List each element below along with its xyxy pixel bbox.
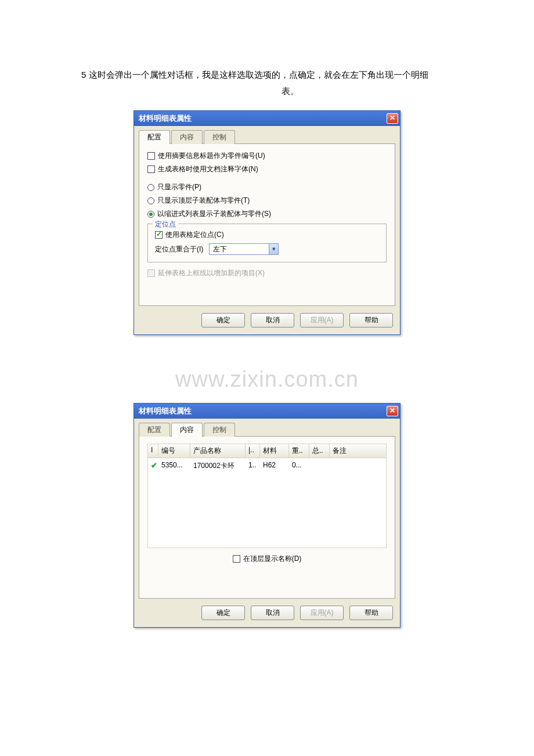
anchor-coincide-label: 定位点重合于(I) [155, 244, 203, 254]
dialog-title: 材料明细表属性 [139, 113, 192, 124]
close-icon[interactable]: ✕ [387, 113, 398, 124]
show-top-name-label: 在顶层显示名称(D) [243, 554, 302, 564]
col-material[interactable]: 材料 [260, 444, 289, 458]
help-button[interactable]: 帮助 [349, 313, 393, 327]
radio-icon [147, 197, 154, 204]
col-partno[interactable]: 编号 [158, 444, 190, 458]
dialog-titlebar: 材料明细表属性 ✕ [134, 404, 400, 419]
tab-content[interactable]: 内容 [171, 423, 203, 437]
col-name[interactable]: 产品名称 [190, 444, 246, 458]
row-weight: 0... [289, 460, 309, 472]
tab-control[interactable]: 控制 [204, 130, 235, 144]
col-remark[interactable]: 备注 [330, 444, 386, 458]
tab-content[interactable]: 内容 [171, 130, 203, 144]
show-toplevel-radio[interactable]: 只显示顶层子装配体与零件(T) [147, 196, 387, 206]
table-row[interactable]: ✔ 5350... 1700002卡环 1.. H62 0... [148, 458, 386, 472]
watermark-text: www.zixin.com.cn [0, 367, 534, 392]
summary-checkbox-label: 使用摘要信息标题作为零件编号(U) [158, 151, 265, 161]
row-name: 1700002卡环 [190, 460, 246, 472]
ok-button[interactable]: 确定 [201, 313, 245, 327]
close-icon[interactable]: ✕ [387, 406, 398, 416]
bom-properties-dialog-configure: 材料明细表属性 ✕ 配置 内容 控制 使用摘要信息标题作为零件编号(U) 生成表… [134, 110, 400, 335]
row-status: ✔ [148, 460, 158, 472]
show-indented-label: 以缩进式列表显示子装配体与零件(S) [157, 209, 271, 219]
use-anchor-label: 使用表格定位点(C) [165, 230, 224, 240]
anchor-position-value: 左下 [210, 244, 269, 254]
annotation-font-checkbox-row[interactable]: 生成表格时使用文档注释字体(N) [147, 164, 387, 174]
radio-icon [147, 184, 154, 191]
tab-configure[interactable]: 配置 [139, 130, 170, 144]
checkbox-icon [147, 165, 155, 173]
show-toplevel-label: 只显示顶层子装配体与零件(T) [157, 196, 250, 206]
tab-configure[interactable]: 配置 [139, 423, 170, 437]
bom-properties-dialog-content: 材料明细表属性 ✕ 配置 内容 控制 I 编号 产品名称 |.. 材料 重.. … [134, 403, 400, 628]
dialog-titlebar: 材料明细表属性 ✕ [134, 111, 400, 126]
apply-button: 应用(A) [300, 313, 344, 327]
checkbox-icon [147, 269, 155, 277]
show-parts-radio[interactable]: 只显示零件(P) [147, 182, 387, 192]
extend-frame-checkbox-row: 延伸表格上框线以增加新的项目(X) [147, 268, 387, 278]
cancel-button[interactable]: 取消 [251, 606, 294, 620]
use-anchor-checkbox-row[interactable]: 使用表格定位点(C) [155, 230, 379, 240]
checkbox-icon [155, 231, 163, 239]
cancel-button[interactable]: 取消 [251, 313, 294, 327]
check-icon: ✔ [151, 461, 157, 470]
apply-button: 应用(A) [300, 606, 344, 620]
extend-frame-label: 延伸表格上框线以增加新的项目(X) [158, 268, 265, 278]
ok-button[interactable]: 确定 [201, 606, 245, 620]
chevron-down-icon: ▼ [269, 244, 278, 254]
help-button[interactable]: 帮助 [349, 606, 393, 620]
col-status[interactable]: I [148, 444, 158, 458]
show-indented-radio[interactable]: 以缩进式列表显示子装配体与零件(S) [147, 209, 387, 219]
table-header: I 编号 产品名称 |.. 材料 重.. 总.. 备注 [148, 444, 386, 458]
anchor-group-title: 定位点 [153, 219, 178, 229]
checkbox-icon [147, 152, 155, 160]
tab-panel-content: I 编号 产品名称 |.. 材料 重.. 总.. 备注 ✔ 5350... 17… [139, 436, 395, 599]
anchor-group: 定位点 使用表格定位点(C) 定位点重合于(I) 左下 ▼ [147, 224, 387, 262]
anchor-position-dropdown[interactable]: 左下 ▼ [209, 243, 279, 255]
dialog-button-row: 确定 取消 应用(A) 帮助 [134, 306, 400, 334]
row-material: H62 [260, 460, 289, 472]
checkbox-icon [233, 555, 240, 563]
row-partno: 5350... [158, 460, 190, 472]
radio-icon [147, 211, 154, 218]
col-qty[interactable]: |.. [246, 444, 260, 458]
description-line1: 5 这时会弹出一个属性对话框，我是这样选取选项的，点确定，就会在左下角出现一个明… [81, 70, 428, 80]
tab-panel-configure: 使用摘要信息标题作为零件编号(U) 生成表格时使用文档注释字体(N) 只显示零件… [139, 143, 395, 306]
col-total[interactable]: 总.. [309, 444, 330, 458]
dialog-title: 材料明细表属性 [139, 406, 192, 416]
description-line2: 表。 [81, 83, 499, 99]
row-qty: 1.. [246, 460, 260, 472]
col-weight[interactable]: 重.. [289, 444, 309, 458]
tab-control[interactable]: 控制 [204, 423, 235, 437]
show-top-name-checkbox-row[interactable]: 在顶层显示名称(D) [147, 554, 387, 564]
dialog-button-row: 确定 取消 应用(A) 帮助 [134, 599, 400, 627]
tab-strip: 配置 内容 控制 [139, 130, 395, 144]
annotation-font-checkbox-label: 生成表格时使用文档注释字体(N) [158, 164, 258, 174]
summary-checkbox-row[interactable]: 使用摘要信息标题作为零件编号(U) [147, 151, 387, 161]
description-text: 5 这时会弹出一个属性对话框，我是这样选取选项的，点确定，就会在左下角出现一个明… [81, 67, 499, 99]
show-parts-label: 只显示零件(P) [157, 182, 201, 192]
tab-strip: 配置 内容 控制 [139, 423, 395, 437]
bom-table: I 编号 产品名称 |.. 材料 重.. 总.. 备注 ✔ 5350... 17… [147, 444, 387, 548]
